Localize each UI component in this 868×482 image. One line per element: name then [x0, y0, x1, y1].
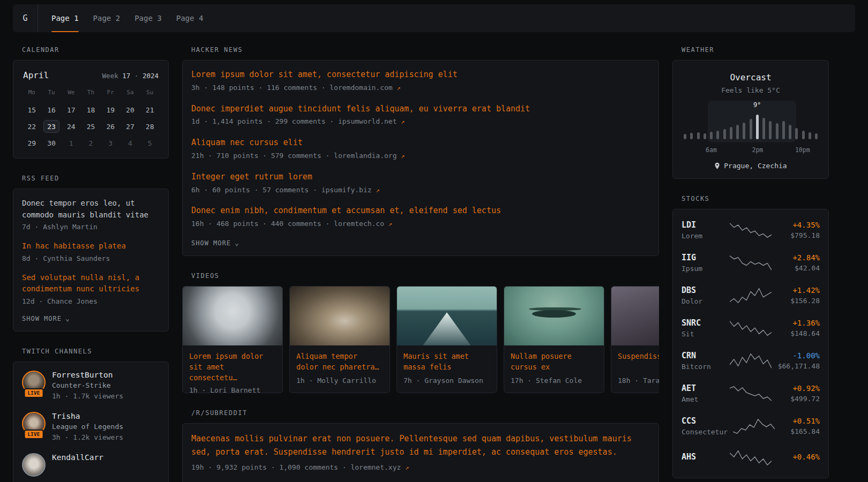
twitch-channel-name[interactable]: ForrestBurton — [52, 371, 123, 379]
weather-bar — [809, 132, 811, 139]
video-title-link[interactable]: Lorem ipsum dolor sit amet consectetu… — [183, 345, 282, 386]
video-card[interactable]: Suspendisse diam 18h · Tara — [611, 286, 659, 393]
video-card[interactable]: Mauris sit amet massa felis 7h · Grayson… — [396, 286, 497, 393]
twitch-channel-row[interactable]: LIVE ForrestBurton Counter-Strike 1h · 1… — [22, 371, 160, 402]
twitch-channel-name[interactable]: KendallCarr — [52, 453, 103, 462]
stock-ticker: LDI — [682, 220, 724, 230]
weather-bar — [750, 119, 752, 139]
calendar-day: 29 — [24, 137, 40, 149]
stock-values: +0.46% — [777, 453, 820, 463]
video-card[interactable]: Aliquam tempor dolor nec pharetra… 1h · … — [289, 286, 390, 393]
subreddit-widget: /R/SUBREDDIT Maecenas mollis pulvinar er… — [182, 409, 659, 482]
calendar-day: 21 — [142, 103, 158, 116]
video-card[interactable]: Nullam posuere cursus ex 17h · Stefan Co… — [504, 286, 604, 393]
stock-sparkline — [733, 417, 775, 435]
weather-time-label: 6am — [706, 146, 717, 154]
hackernews-item: Donec enim nibh, condimentum et accumsan… — [191, 205, 650, 229]
weather-bar — [736, 125, 739, 139]
video-thumbnail — [397, 287, 497, 345]
stock-values: +0.51% $165.84 — [780, 417, 820, 435]
video-meta: 7h · Grayson Dawson — [397, 376, 497, 393]
stock-identity: IIG Ipsum — [682, 253, 724, 273]
calendar-day: 3 — [102, 137, 118, 149]
hackernews-card: Lorem ipsum dolor sit amet, consectetur … — [182, 60, 659, 256]
video-thumbnail — [504, 287, 604, 345]
weather-bar — [802, 131, 805, 139]
weather-time-label: 10pm — [795, 146, 810, 154]
weather-bar — [769, 121, 772, 139]
stock-name: Amet — [682, 395, 724, 403]
day-of-week-label: Fr — [107, 89, 114, 96]
video-thumbnail — [183, 287, 282, 345]
avatar — [22, 453, 46, 477]
videos-row[interactable]: Lorem ipsum dolor sit amet consectetu… 1… — [182, 286, 659, 393]
twitch-channel-row[interactable]: LIVE KendallCarr — [22, 453, 160, 477]
location-pin-icon — [714, 162, 720, 170]
weather-bar — [716, 131, 719, 139]
videos-widget-title: VIDEOS — [191, 272, 659, 280]
twitch-channel-name[interactable]: Trisha — [52, 412, 123, 420]
stock-name: Bitcorn — [682, 363, 724, 371]
tab-page[interactable]: Page 3 — [134, 4, 162, 32]
stock-sparkline — [730, 254, 772, 272]
stock-price: $66,171.48 — [777, 362, 820, 370]
twitch-channel-row[interactable]: LIVE Trisha League of Legends 3h · 1.2k … — [22, 412, 160, 443]
calendar-day: 27 — [122, 120, 138, 133]
stock-identity: CRN Bitcorn — [682, 351, 724, 371]
calendar-day: 20 — [122, 103, 138, 116]
video-meta: 1h · Lori Barnett — [183, 386, 282, 393]
rss-item-link[interactable]: Donec tempor eros leo, ut commodo mauris… — [22, 198, 160, 221]
weather-bar — [743, 123, 745, 139]
external-link-icon[interactable]: ↗ — [401, 118, 405, 125]
rss-show-more-button[interactable]: SHOW MORE⌄ — [22, 315, 160, 322]
external-link-icon[interactable]: ↗ — [376, 186, 379, 194]
rss-item-link[interactable]: Sed volutpat nulla nisl, a condimentum n… — [22, 272, 160, 295]
dashboard-content: CALENDAR April Week 17 · 2024 Mo Tu We T… — [0, 32, 868, 482]
day-of-week-label: Tu — [48, 89, 55, 96]
stocks-widget-title: STOCKS — [682, 195, 829, 202]
hackernews-item-link[interactable]: Aliquam nec cursus elit — [191, 137, 650, 149]
stock-ticker: AHS — [682, 452, 724, 462]
video-title-link[interactable]: Suspendisse diam — [611, 345, 659, 376]
external-link-icon[interactable]: ↗ — [397, 84, 401, 92]
calendar-widget-title: CALENDAR — [22, 46, 169, 54]
stock-change: +0.51% — [780, 417, 820, 425]
video-title-link[interactable]: Nullam posuere cursus ex — [504, 345, 604, 376]
stock-name: Ipsum — [682, 265, 724, 273]
rss-widget: RSS FEED Donec tempor eros leo, ut commo… — [13, 175, 169, 332]
video-card[interactable]: Lorem ipsum dolor sit amet consectetu… 1… — [182, 286, 283, 393]
hackernews-item-link[interactable]: Lorem ipsum dolor sit amet, consectetur … — [191, 69, 650, 81]
video-thumbnail — [290, 287, 390, 345]
weather-bar — [690, 133, 693, 139]
calendar-week-info: Week 17 · 2024 — [102, 72, 159, 80]
external-link-icon[interactable]: ↗ — [405, 464, 409, 471]
rss-item-link[interactable]: In hac habitasse platea — [22, 240, 160, 252]
hackernews-item-meta: 3h · 148 points · 116 comments · loremdo… — [191, 83, 650, 93]
external-link-icon[interactable]: ↗ — [401, 152, 405, 160]
video-title-link[interactable]: Aliquam tempor dolor nec pharetra… — [290, 345, 390, 376]
rss-item-meta: 12d · Chance Jones — [22, 297, 160, 307]
external-link-icon[interactable]: ↗ — [388, 220, 392, 228]
hackernews-item-link[interactable]: Donec enim nibh, condimentum et accumsan… — [191, 205, 650, 217]
hackernews-show-more-button[interactable]: SHOW MORE⌄ — [191, 239, 650, 247]
hackernews-item-meta: 1d · 1,414 points · 299 comments · ipsum… — [191, 117, 650, 127]
hackernews-item-link[interactable]: Donec imperdiet augue tincidunt felis al… — [191, 103, 650, 115]
tab-page[interactable]: Page 4 — [176, 4, 204, 32]
stock-change: +0.92% — [777, 384, 820, 393]
weather-bar — [795, 128, 798, 139]
stock-ticker: IIG — [682, 253, 724, 262]
hackernews-item: Donec imperdiet augue tincidunt felis al… — [191, 103, 650, 127]
app-logo[interactable]: G — [13, 4, 38, 32]
day-of-week-label: Th — [87, 89, 94, 96]
hackernews-item-link[interactable]: Integer eget rutrum lorem — [191, 171, 650, 183]
tab-page[interactable]: Page 1 — [51, 4, 79, 32]
rss-item: In hac habitasse platea 8d · Cynthia Sau… — [22, 240, 160, 264]
subreddit-post-link[interactable]: Maecenas mollis pulvinar erat non posuer… — [191, 432, 650, 459]
stock-price: $165.84 — [780, 427, 820, 435]
rss-item-meta: 8d · Cynthia Saunders — [22, 254, 160, 264]
tab-page[interactable]: Page 2 — [93, 4, 121, 32]
stock-sparkline — [730, 449, 772, 467]
stock-values: +4.35% $795.18 — [777, 221, 820, 239]
video-title-link[interactable]: Mauris sit amet massa felis — [397, 345, 497, 376]
stocks-widget: STOCKS LDI Lorem +4.35% $79 — [672, 195, 829, 478]
